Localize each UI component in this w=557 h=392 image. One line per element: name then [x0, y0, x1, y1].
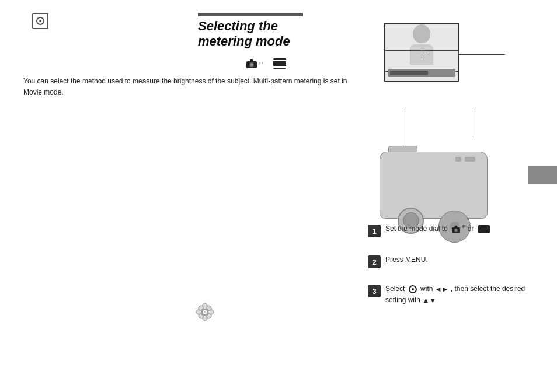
- vc-line-right: [472, 108, 472, 137]
- icon-inner: [36, 17, 44, 25]
- svg-rect-5: [455, 226, 458, 228]
- step2-text: Press MENU.: [385, 254, 543, 265]
- film-strip-icon: [273, 58, 286, 69]
- person-head: [413, 24, 430, 43]
- body-text: You can select the method used to measur…: [23, 76, 362, 98]
- crosshair: [416, 47, 427, 58]
- step3-meter-icon: [409, 285, 417, 293]
- step3-meter-dot: [412, 288, 414, 290]
- cam-small-button: [465, 157, 475, 162]
- page-title: Selecting the metering mode: [198, 19, 350, 50]
- svg-rect-1: [250, 59, 253, 62]
- step1-camera-icon: [451, 225, 461, 233]
- top-left-icon: [32, 13, 48, 29]
- svg-text:◄►: ◄►: [199, 321, 210, 321]
- camera-p-icon: P: [245, 58, 263, 69]
- svg-point-7: [455, 229, 457, 231]
- gray-sidebar-strip: [528, 166, 557, 184]
- arrow-ud-icon: ▲▼: [422, 295, 436, 306]
- flower-macro-icon: ◄►: [196, 303, 214, 323]
- camera-icon-svg: [245, 58, 258, 69]
- title-section: Selecting the metering mode: [198, 13, 350, 50]
- step3-text: Select with ◄► , then select the desired…: [385, 284, 543, 306]
- step3-text-post: , then select the desired setting with: [385, 285, 525, 304]
- flower-icon-svg: ◄►: [196, 303, 214, 321]
- step2-box: 2: [368, 256, 381, 268]
- svg-point-18: [204, 311, 206, 313]
- step3-box: 3: [368, 285, 381, 298]
- camera-device-illustration: [380, 108, 496, 222]
- vf-status-fill: [390, 71, 428, 75]
- vf-status-bar: [388, 69, 455, 77]
- step1-film-icon: [478, 225, 490, 233]
- vf-connector-line: [458, 54, 505, 55]
- title-accent-bar: [198, 13, 303, 16]
- cam-body: [380, 152, 488, 219]
- vf-hline-top: [385, 50, 458, 51]
- cam-small-button2: [455, 157, 461, 162]
- mode-icons-row: P: [245, 58, 286, 69]
- svg-point-3: [250, 64, 253, 66]
- step1-box: 1: [368, 225, 381, 237]
- arrow-lr-icon: ◄►: [435, 284, 449, 295]
- viewfinder-display: [384, 23, 459, 82]
- step1-text: Set the mode dial to P or: [385, 223, 543, 234]
- p-superscript: P: [259, 61, 263, 66]
